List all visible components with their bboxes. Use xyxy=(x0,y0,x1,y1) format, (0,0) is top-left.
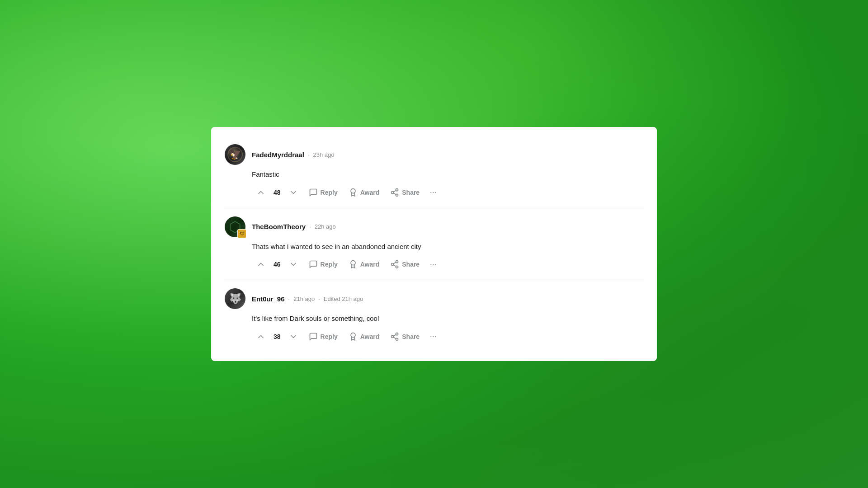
comment-header: FadedMyrddraal·23h ago xyxy=(225,144,643,165)
action-bar: 46ReplyAwardShare··· xyxy=(252,257,643,272)
share-button[interactable]: Share xyxy=(386,185,424,200)
action-bar: 38ReplyAwardShare··· xyxy=(252,329,643,344)
comment-item: Ent0ur_96·21h ago·Edited 21h agoIt's lik… xyxy=(211,280,657,352)
more-options-button[interactable]: ··· xyxy=(426,329,440,344)
svg-line-5 xyxy=(393,190,396,192)
comment-text: Fantastic xyxy=(252,169,643,180)
upvote-icon xyxy=(256,260,265,269)
comments-card: FadedMyrddraal·23h agoFantastic48ReplyAw… xyxy=(211,127,657,361)
share-icon xyxy=(390,260,399,269)
reply-label: Reply xyxy=(321,189,338,196)
more-options-button[interactable]: ··· xyxy=(426,257,440,272)
svg-line-11 xyxy=(393,263,396,264)
share-label: Share xyxy=(402,261,420,268)
upvote-icon xyxy=(256,188,265,197)
reply-icon xyxy=(309,188,318,197)
comment-header: Ent0ur_96·21h ago·Edited 21h ago xyxy=(225,288,643,309)
avatar-wrapper xyxy=(225,288,245,309)
comment-body: It's like from Dark souls or something, … xyxy=(225,314,643,344)
award-label: Award xyxy=(360,261,380,268)
reply-label: Reply xyxy=(321,333,338,340)
edited-dot-separator: · xyxy=(318,296,320,302)
downvote-icon xyxy=(289,260,298,269)
timestamp: 23h ago xyxy=(313,151,335,158)
award-label: Award xyxy=(360,333,380,340)
share-icon xyxy=(390,188,399,197)
upvote-icon xyxy=(256,332,265,341)
vote-count: 48 xyxy=(272,189,283,196)
comment-item: 🛡TheBoomTheory·22h agoThats what I wante… xyxy=(211,208,657,280)
share-button[interactable]: Share xyxy=(386,329,424,344)
timestamp: 21h ago xyxy=(293,296,315,302)
reply-button[interactable]: Reply xyxy=(304,329,342,344)
share-label: Share xyxy=(402,189,420,196)
reply-label: Reply xyxy=(321,261,338,268)
upvote-button[interactable] xyxy=(252,329,270,344)
reply-icon xyxy=(309,332,318,341)
dot-separator: · xyxy=(288,296,290,302)
svg-line-10 xyxy=(393,265,396,267)
award-button[interactable]: Award xyxy=(344,329,384,344)
username[interactable]: FadedMyrddraal xyxy=(252,151,304,159)
more-options-button[interactable]: ··· xyxy=(426,185,440,200)
more-icon: ··· xyxy=(430,260,437,269)
downvote-button[interactable] xyxy=(284,185,302,200)
more-icon: ··· xyxy=(430,188,437,197)
mod-badge: 🛡 xyxy=(237,229,246,238)
comment-body: Fantastic48ReplyAwardShare··· xyxy=(225,169,643,200)
username[interactable]: TheBoomTheory xyxy=(252,223,306,230)
dot-separator: · xyxy=(309,223,311,230)
reply-icon xyxy=(309,260,318,269)
vote-count: 38 xyxy=(272,333,283,340)
username[interactable]: Ent0ur_96 xyxy=(252,295,285,303)
upvote-button[interactable] xyxy=(252,257,270,272)
svg-line-17 xyxy=(393,334,396,336)
award-icon xyxy=(349,188,358,197)
timestamp: 22h ago xyxy=(315,223,336,230)
comment-text: Thats what I wanted to see in an abandon… xyxy=(252,242,643,252)
avatar-wrapper xyxy=(225,144,245,165)
award-icon xyxy=(349,260,358,269)
downvote-button[interactable] xyxy=(284,257,302,272)
comment-body: Thats what I wanted to see in an abandon… xyxy=(225,242,643,272)
svg-line-16 xyxy=(393,337,396,338)
username-area: Ent0ur_96·21h ago·Edited 21h ago xyxy=(252,295,363,303)
award-button[interactable]: Award xyxy=(344,185,384,200)
svg-line-4 xyxy=(393,193,396,194)
comment-text: It's like from Dark souls or something, … xyxy=(252,314,643,324)
vote-count: 46 xyxy=(272,261,283,268)
share-label: Share xyxy=(402,333,420,340)
downvote-icon xyxy=(289,332,298,341)
reply-button[interactable]: Reply xyxy=(304,257,342,272)
more-icon: ··· xyxy=(430,332,437,341)
username-area: TheBoomTheory·22h ago xyxy=(252,223,336,230)
award-button[interactable]: Award xyxy=(344,257,384,272)
dot-separator: · xyxy=(308,151,310,158)
edited-label: Edited 21h ago xyxy=(324,296,363,302)
downvote-button[interactable] xyxy=(284,329,302,344)
reply-button[interactable]: Reply xyxy=(304,185,342,200)
upvote-button[interactable] xyxy=(252,185,270,200)
action-bar: 48ReplyAwardShare··· xyxy=(252,185,643,200)
avatar xyxy=(225,288,245,309)
comment-item: FadedMyrddraal·23h agoFantastic48ReplyAw… xyxy=(211,136,657,208)
downvote-icon xyxy=(289,188,298,197)
award-icon xyxy=(349,332,358,341)
share-button[interactable]: Share xyxy=(386,257,424,272)
award-label: Award xyxy=(360,189,380,196)
avatar-wrapper: 🛡 xyxy=(225,216,245,237)
avatar xyxy=(225,144,245,165)
share-icon xyxy=(390,332,399,341)
comment-header: 🛡TheBoomTheory·22h ago xyxy=(225,216,643,237)
username-area: FadedMyrddraal·23h ago xyxy=(252,151,335,159)
